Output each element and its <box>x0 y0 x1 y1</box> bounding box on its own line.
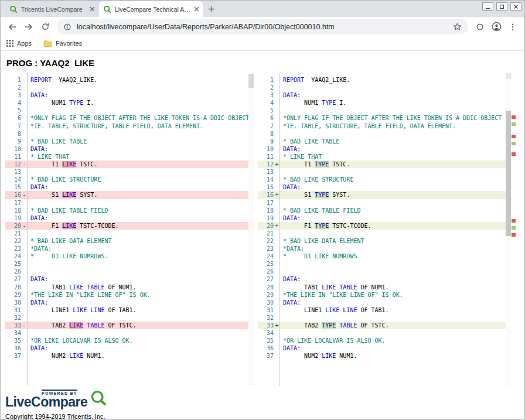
code-lines-left: 1REPORT YAAQ2_LIKE.23DATA:4 NUM1 TYPE I.… <box>5 73 248 360</box>
diff-pane-left: 1REPORT YAAQ2_LIKE.23DATA:4 NUM1 TYPE I.… <box>5 73 254 386</box>
code-line: 7*IE. TABLE, STRUCTURE, TABLE FIELD, DAT… <box>258 122 506 130</box>
livecompare-favicon <box>103 5 111 13</box>
footer: POWERED BY LiveCompare Copyright 1994-20… <box>5 390 524 420</box>
tab-close-icon[interactable] <box>90 6 95 12</box>
code-line: 3DATA: <box>258 91 506 99</box>
diff-map[interactable] <box>511 73 516 386</box>
livecompare-logo: POWERED BY LiveCompare <box>5 390 524 409</box>
brand-text: LiveCompare <box>5 394 87 409</box>
code-line: 34 <box>258 329 506 337</box>
code-line: 33- TAB2 LIKE TABLE OF TSTC. <box>5 322 248 329</box>
extension-icon[interactable] <box>472 19 488 35</box>
page-title: PROG : YAAQ2_LIKE <box>6 58 524 68</box>
diff-map-mark <box>512 122 516 126</box>
code-line: 16- S1 LIKE SYST. <box>5 191 248 199</box>
code-line: 9* BAD LIKE TABLE <box>258 138 506 145</box>
code-line: 8 <box>5 130 248 138</box>
code-line: 7*IE. TABLE, STRUCTURE, TABLE FIELD, DAT… <box>5 122 248 130</box>
minimize-button[interactable] <box>482 2 493 11</box>
forward-button[interactable] <box>21 19 37 35</box>
code-line: 34 <box>5 329 248 337</box>
code-line: 21 <box>258 230 506 237</box>
code-line: 30DATA: <box>5 299 248 306</box>
code-line: 10DATA: <box>5 145 248 153</box>
tab-livecompare-technical-analysis[interactable]: LiveCompare Technical Analysis <box>99 1 203 17</box>
apps-label: Apps <box>17 40 32 47</box>
code-line: 37 NUM2 LIKE NUM1. <box>5 352 248 360</box>
code-line: 29*THE LIKE IN "LIKE LINE OF" IS OK. <box>258 291 506 299</box>
code-line: 2 <box>5 84 248 91</box>
left-scrollbar[interactable] <box>248 73 254 386</box>
reload-button[interactable] <box>37 19 53 35</box>
diff-view: 1REPORT YAAQ2_LIKE.23DATA:4 NUM1 TYPE I.… <box>5 73 524 386</box>
code-line: 32 <box>258 314 506 322</box>
menu-button[interactable] <box>504 19 521 35</box>
code-line: 21 <box>5 230 248 237</box>
code-line: 16+ S1 TYPE SYST. <box>258 191 506 199</box>
code-line: 1REPORT YAAQ2_LIKE. <box>258 76 506 84</box>
bookmarks-bar: Apps Favorites <box>1 36 524 51</box>
favorites-folder[interactable]: Favorites <box>43 40 82 47</box>
code-line: 15DATA: <box>5 183 248 191</box>
code-line: 37 NUM2 LIKE NUM1. <box>258 352 506 360</box>
code-line: 11* LIKE THAT <box>5 153 248 161</box>
diff-map-mark <box>512 219 516 223</box>
profile-button[interactable] <box>488 19 504 35</box>
close-button[interactable] <box>510 2 521 11</box>
code-line: 5 <box>258 107 506 114</box>
right-scrollbar-thumb[interactable] <box>506 111 511 236</box>
code-line: 2 <box>258 84 506 91</box>
plus-icon <box>208 6 214 12</box>
code-line: 26 <box>258 268 506 275</box>
diff-map-mark <box>512 233 516 237</box>
bookmark-star-icon[interactable] <box>453 22 462 31</box>
page-info-icon[interactable] <box>63 23 71 31</box>
diff-map-mark <box>512 226 516 230</box>
code-line: 31 LINE1 LIKE LINE OF TAB1. <box>5 306 248 314</box>
code-line: 24* D1 LIKE NUMROWS. <box>5 252 248 260</box>
diff-map-mark <box>512 142 516 145</box>
scrollbar-up-button[interactable] <box>506 73 511 79</box>
back-button[interactable] <box>4 19 21 35</box>
code-line: 10DATA: <box>258 145 506 153</box>
tab-close-icon[interactable] <box>194 6 199 12</box>
left-scrollbar-thumb[interactable] <box>248 74 254 88</box>
address-bar[interactable]: localhost/livecompare/UserData/Reports/P… <box>57 19 468 35</box>
back-arrow-icon <box>8 22 17 32</box>
code-line: 14* BAD LIKE STRUCTURE <box>258 176 506 183</box>
new-tab-button[interactable] <box>203 1 219 16</box>
browser-toolbar: localhost/livecompare/UserData/Reports/P… <box>1 17 524 36</box>
livecompare-q-icon <box>90 390 107 407</box>
code-line: 6*ONLY FLAG IF THE OBJECT AFTER THE LIKE… <box>5 114 248 122</box>
code-line: 17 <box>258 199 506 207</box>
livecompare-favicon <box>9 5 18 13</box>
code-line: 14* BAD LIKE STRUCTURE <box>5 176 248 183</box>
reload-icon <box>41 22 50 31</box>
code-line: 4 NUM1 TYPE I. <box>258 99 506 107</box>
maximize-icon <box>499 4 504 9</box>
diff-map-mark <box>512 115 516 119</box>
maximize-button[interactable] <box>496 2 507 11</box>
code-line: 18* BAD LIKE TABLE FIELD <box>258 207 506 214</box>
tab-title: Tricentis LiveCompare <box>21 6 86 13</box>
code-line: 23*DATA: <box>5 245 248 252</box>
code-lines-right: 1REPORT YAAQ2_LIKE.23DATA:4 NUM1 TYPE I.… <box>258 73 506 360</box>
apps-shortcut[interactable]: Apps <box>6 40 32 47</box>
tab-title: LiveCompare Technical Analysis <box>115 6 190 13</box>
code-line: 19DATA: <box>258 214 506 222</box>
code-line: 35*OR LIKE LOCALVAR IS ALSO OK. <box>5 337 248 344</box>
tab-tricentis-livecompare[interactable]: Tricentis LiveCompare <box>5 1 99 17</box>
code-line: 5 <box>5 107 248 114</box>
code-line: 13 <box>258 168 506 176</box>
code-line: 19DATA: <box>5 214 248 222</box>
gutter-separator <box>27 73 28 386</box>
diff-pane-right: 1REPORT YAAQ2_LIKE.23DATA:4 NUM1 TYPE I.… <box>258 73 516 386</box>
code-line: 22* BAD LIKE DATA ELEMENT <box>258 237 506 245</box>
code-line: 27DATA: <box>5 275 248 283</box>
code-line: 23*DATA: <box>258 245 506 252</box>
forward-arrow-icon <box>24 22 33 32</box>
code-line: 30DATA: <box>258 299 506 306</box>
code-line: 36DATA: <box>258 344 506 352</box>
right-scrollbar[interactable] <box>506 73 511 386</box>
diff-map-mark <box>512 135 516 138</box>
